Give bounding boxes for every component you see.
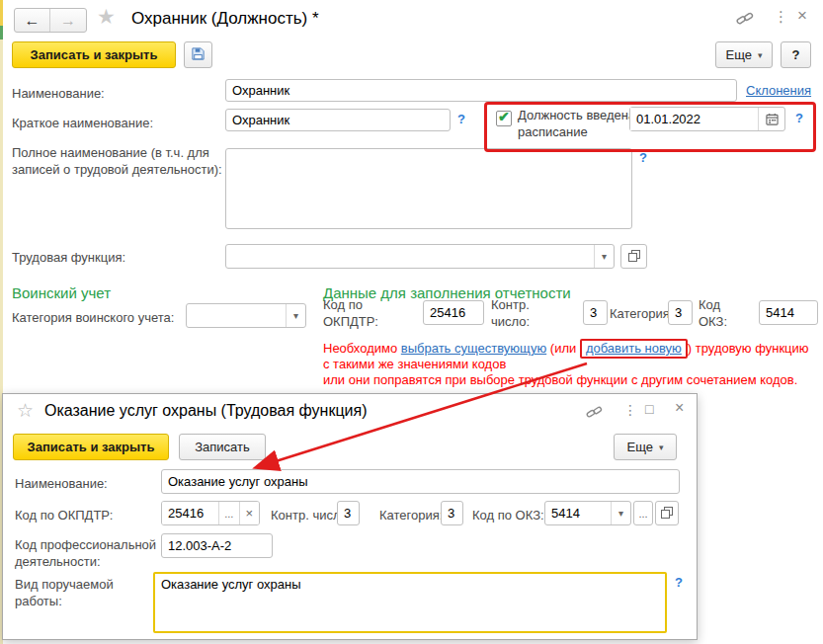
more-actions-label: Еще [627,440,653,454]
control-number-label: Контр. число: [491,296,540,330]
favorite-star-icon[interactable]: ☆ [17,399,34,422]
warning-segment: (или [546,341,580,356]
save-icon [191,46,206,64]
annotation-box-add-new: добавить новую [580,339,688,359]
category-label: Категория: [610,305,673,322]
full-name-textarea[interactable] [225,148,632,229]
dialog-title: Оказание услуг охраны (Трудовая функция) [44,402,367,420]
open-form-icon [661,505,673,523]
copy-link-icon[interactable] [586,405,603,423]
save-icon-button[interactable] [184,41,212,68]
short-name-help-icon[interactable]: ? [457,112,465,126]
maximize-icon[interactable]: □ [645,401,653,417]
app-edge-strip [0,26,3,40]
dialog-save-close-button[interactable]: Записать и закрыть [13,434,169,460]
help-button[interactable]: ? [781,41,811,68]
more-actions-button[interactable]: Еще ▾ [715,41,773,68]
staffing-help-icon[interactable]: ? [795,111,803,125]
choose-existing-link[interactable]: выбрать существующую [401,341,546,356]
favorite-star-icon[interactable]: ★ [97,5,116,29]
labor-function-select[interactable]: ▾ [225,244,615,269]
dialog-more-button[interactable]: Еще ▾ [614,434,677,460]
dialog-work-type-label: Вид поручаемой работы: [15,576,153,609]
copy-link-icon[interactable] [736,11,754,30]
dialog-work-type-help-icon[interactable]: ? [675,575,683,590]
military-category-select[interactable]: ▾ [186,303,306,328]
forward-icon[interactable]: → [50,9,86,32]
close-icon[interactable]: × [797,6,807,26]
dialog-prof-code-label: Код профессиональной деятельности: [15,536,163,570]
declensions-link[interactable]: Склонения [746,83,811,98]
warning-segment: Необходимо [323,341,401,356]
more-menu-icon[interactable]: ⋮ [623,402,637,418]
save-close-button[interactable]: Записать и закрыть [12,41,176,68]
okz-label: Код ОКЗ: [699,296,738,330]
nav-button-group: ← → [14,8,87,33]
chevron-down-icon: ▾ [659,443,664,452]
okz-input[interactable] [759,300,818,325]
dialog-okpdtr-input[interactable] [162,502,218,524]
dialog-prof-code-input[interactable] [161,533,273,558]
category-input[interactable] [668,300,693,325]
control-number-input[interactable] [583,300,608,325]
warning-text: Необходимо выбрать существующую (или доб… [323,341,823,388]
add-new-link[interactable]: добавить новую [586,341,682,356]
chevron-down-icon[interactable]: ▾ [286,304,305,327]
staffing-date-input[interactable] [630,108,757,130]
labor-function-label: Трудовая функция: [12,249,125,266]
short-name-label: Краткое наименование: [12,115,153,131]
app-edge-strip [0,0,3,26]
checkmark-icon: ✔ [498,109,510,124]
close-icon[interactable]: × [675,399,684,417]
warning-line2: с такими же значениями кодов [323,357,823,372]
chevron-down-icon[interactable]: ▾ [611,502,630,524]
labor-function-open-button[interactable] [620,244,647,269]
military-section-header: Воинский учет [12,284,111,301]
page-title: Охранник (Должность) * [131,9,319,29]
full-name-label: Полное наименование (в т.ч. для записей … [12,144,223,178]
staffing-checkbox[interactable]: ✔ [496,111,512,126]
dialog-okz-choose-button[interactable]: ... [633,501,653,525]
dialog-category-input[interactable] [441,501,463,525]
dialog-okz-open-button[interactable] [655,501,679,525]
dialog-name-label: Наименование: [15,475,108,492]
military-category-label: Категория воинского учета: [12,309,174,326]
name-input[interactable] [225,79,737,102]
dialog-name-input[interactable] [161,469,680,494]
clear-icon[interactable]: × [239,502,260,524]
chevron-down-icon: ▾ [758,50,763,60]
dialog-category-label: Категория: [379,507,443,523]
calendar-icon[interactable] [758,108,784,130]
dialog-okz-label: Код по ОКЗ: [472,507,544,523]
dialog-okz-value: 5414 [551,506,580,521]
dialog-okz-select[interactable]: 5414 ▾ [544,501,631,525]
dialog-save-button[interactable]: Записать [179,434,266,460]
staffing-date-field[interactable] [629,107,785,131]
short-name-input[interactable] [225,109,451,131]
name-label: Наименование: [12,85,105,102]
dialog-work-type-textarea[interactable]: Оказание услуг охраны [153,572,667,633]
more-menu-icon[interactable]: ⋮ [774,8,788,26]
full-name-help-icon[interactable]: ? [639,150,647,165]
more-actions-label: Еще [726,47,752,62]
back-icon[interactable]: ← [15,9,50,32]
warning-segment: ) трудовую функцию [688,341,809,356]
choose-button[interactable]: ... [218,502,239,524]
labor-function-dialog: ☆ Оказание услуг охраны (Трудовая функци… [2,393,698,640]
okpdtr-label: Код по ОКПДТР: [323,296,386,330]
app-screen: ← → ★ Охранник (Должность) * ⋮ × Записат… [0,0,823,644]
dialog-control-input[interactable] [337,501,360,525]
okpdtr-input[interactable] [423,300,484,325]
open-form-icon [628,248,640,266]
warning-line3: или они поправятся при выборе трудовой ф… [323,372,823,388]
dialog-okpdtr-label: Код по ОКПДТР: [15,507,113,523]
dialog-okpdtr-field: ... × [161,501,260,525]
chevron-down-icon[interactable]: ▾ [594,245,614,268]
